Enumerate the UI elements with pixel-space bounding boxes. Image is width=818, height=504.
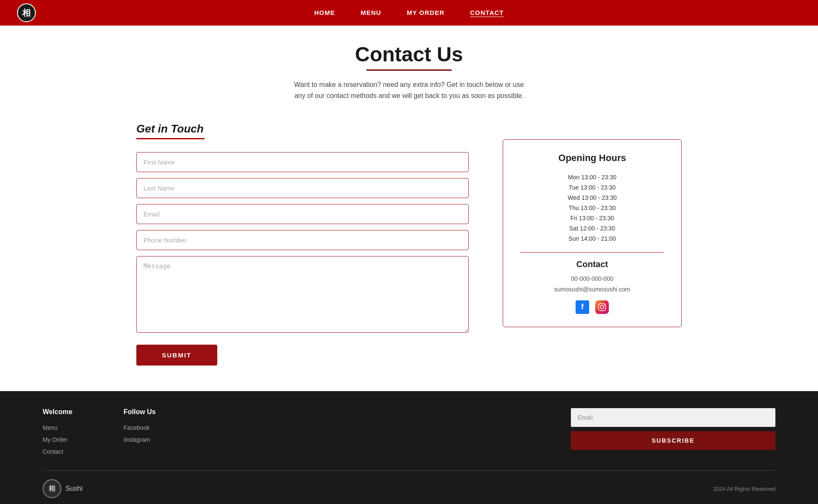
hours-row: Sat 12:00 - 23:30 xyxy=(520,223,664,233)
footer-menu-link[interactable]: Menu xyxy=(43,422,72,434)
last-name-input[interactable] xyxy=(136,178,469,198)
subscribe-button[interactable]: SUBSCRIBE xyxy=(571,431,775,450)
contact-info: 00-000-000-000 sumosushi@sumosushi.com xyxy=(520,274,664,295)
instagram-icon[interactable] xyxy=(595,300,609,314)
footer-contact-link[interactable]: Contact xyxy=(43,446,72,458)
opening-hours-title: Opening Hours xyxy=(520,153,664,164)
contact-layout: Get in Touch SUBMIT Opening Hours xyxy=(136,122,682,366)
first-name-input[interactable] xyxy=(136,152,469,172)
footer-logo: 相 Sushi xyxy=(43,479,83,498)
nav-contact[interactable]: CONTACT xyxy=(470,9,504,16)
submit-button[interactable]: SUBMIT xyxy=(136,345,217,366)
facebook-icon[interactable]: f xyxy=(576,300,589,314)
navbar: 相 HOME MENU MY ORDER CONTACT xyxy=(0,0,818,26)
email-input[interactable] xyxy=(136,204,469,224)
nav-menu[interactable]: MENU xyxy=(361,9,381,16)
footer-logo-icon: 相 xyxy=(43,479,61,498)
footer-follow-col: Follow Us Facebook Instagram xyxy=(124,408,156,458)
footer-welcome-title: Welcome xyxy=(43,408,72,416)
footer-my-order-link[interactable]: My Order xyxy=(43,434,72,446)
nav-home[interactable]: HOME xyxy=(314,9,335,16)
footer-copyright: 2024 All Rights Reserved xyxy=(713,486,775,492)
footer-email-section: SUBSCRIBE xyxy=(571,408,775,458)
info-card: Opening Hours Mon 13:00 - 23:30Tue 13:00… xyxy=(503,139,682,327)
hours-row: Thu 13:00 - 23:30 xyxy=(520,203,664,213)
nav-logo[interactable]: 相 xyxy=(17,3,36,22)
phone-input[interactable] xyxy=(136,230,469,250)
email-group xyxy=(136,204,469,224)
hours-table: Mon 13:00 - 23:30Tue 13:00 - 23:30Wed 13… xyxy=(520,172,664,244)
footer-facebook-link[interactable]: Facebook xyxy=(124,422,156,434)
footer-top: Welcome Menu My Order Contact Follow Us … xyxy=(43,408,775,470)
contact-email: sumosushi@sumosushi.com xyxy=(554,286,630,293)
main-content: Contact Us Want to make a reservation? n… xyxy=(111,26,707,391)
form-title-underline xyxy=(136,138,204,139)
form-section-title: Get in Touch xyxy=(136,122,469,135)
hours-row: Wed 13:00 - 23:30 xyxy=(520,193,664,203)
phone-group xyxy=(136,230,469,250)
social-icons: f xyxy=(520,300,664,314)
footer-instagram-link[interactable]: Instagram xyxy=(124,434,156,446)
footer-follow-title: Follow Us xyxy=(124,408,156,416)
footer-bottom: 相 Sushi 2024 All Rights Reserved xyxy=(43,471,775,504)
footer-email-input[interactable] xyxy=(571,408,775,427)
nav-my-order[interactable]: MY ORDER xyxy=(407,9,445,16)
form-section: Get in Touch SUBMIT xyxy=(136,122,469,366)
hours-divider xyxy=(520,252,664,253)
nav-links: HOME MENU MY ORDER CONTACT xyxy=(314,9,504,17)
page-subtitle: Want to make a reservation? need any ext… xyxy=(136,79,682,101)
hours-row: Sun 14:00 - 21:00 xyxy=(520,233,664,244)
hours-row: Mon 13:00 - 23:30 xyxy=(520,172,664,182)
hours-row: Tue 13:00 - 23:30 xyxy=(520,182,664,193)
title-underline xyxy=(366,69,452,71)
first-name-group xyxy=(136,152,469,172)
page-title: Contact Us xyxy=(136,43,682,66)
hours-row: Fri 13:00 - 23:30 xyxy=(520,213,664,223)
last-name-group xyxy=(136,178,469,198)
contact-section-title: Contact xyxy=(520,259,664,269)
footer-welcome-col: Welcome Menu My Order Contact xyxy=(43,408,72,458)
contact-phone: 00-000-000-000 xyxy=(571,275,614,282)
message-group xyxy=(136,256,469,334)
message-input[interactable] xyxy=(136,256,469,333)
footer: Welcome Menu My Order Contact Follow Us … xyxy=(0,391,818,504)
footer-logo-text: Sushi xyxy=(66,485,83,492)
